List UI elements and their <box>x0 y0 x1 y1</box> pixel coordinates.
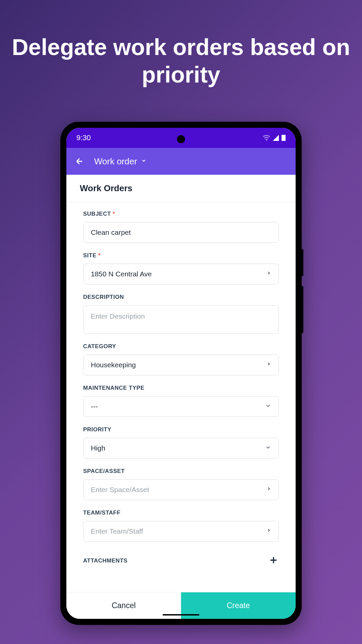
status-time: 9:30 <box>76 133 91 142</box>
header-title-text: Work order <box>94 156 137 167</box>
category-group: CATEGORY Housekeeping <box>83 343 279 375</box>
maintenance-type-label: MAINTENANCE TYPE <box>83 385 279 391</box>
maintenance-type-group: MAINTENANCE TYPE --- <box>83 385 279 417</box>
battery-icon <box>282 135 286 141</box>
phone-screen: 9:30 Work order <box>66 128 296 619</box>
phone-side-button <box>302 249 303 276</box>
chevron-down-icon <box>265 403 271 411</box>
required-indicator: * <box>98 252 101 259</box>
app-header: Work order <box>66 148 296 175</box>
chevron-right-icon <box>266 527 271 536</box>
home-indicator[interactable] <box>163 614 199 615</box>
required-indicator: * <box>113 211 115 217</box>
priority-dropdown[interactable]: High <box>83 438 279 459</box>
phone-frame: 9:30 Work order <box>60 122 302 625</box>
space-asset-selector[interactable]: Enter Space/Asset <box>83 479 279 500</box>
chevron-right-icon <box>266 485 271 494</box>
priority-label: PRIORITY <box>83 426 279 433</box>
chevron-right-icon <box>266 360 271 370</box>
phone-side-button <box>302 286 303 333</box>
space-asset-group: SPACE/ASSET Enter Space/Asset <box>83 468 279 500</box>
category-label: CATEGORY <box>83 343 279 350</box>
attachments-label: ATTACHMENTS <box>83 557 127 564</box>
wifi-icon <box>263 135 270 141</box>
attachments-group: ATTACHMENTS <box>83 551 279 571</box>
category-selector[interactable]: Housekeeping <box>83 355 279 375</box>
subject-input[interactable]: Clean carpet <box>83 222 279 243</box>
subject-group: SUBJECT * Clean carpet <box>83 211 279 243</box>
chevron-down-icon <box>141 158 146 165</box>
add-attachment-button[interactable] <box>268 553 279 569</box>
form-content: SUBJECT * Clean carpet SITE * 1850 N Cen… <box>66 202 296 592</box>
description-input[interactable]: Enter Description <box>83 305 279 334</box>
description-label: DESCRIPTION <box>83 294 279 301</box>
team-staff-group: TEAM/STAFF Enter Team/Staff <box>83 509 279 542</box>
chevron-down-icon <box>265 444 271 452</box>
site-group: SITE * 1850 N Central Ave <box>83 252 279 284</box>
section-title: Work Orders <box>66 175 296 202</box>
marketing-headline: Delegate work orders based on priority <box>0 34 362 88</box>
back-arrow-icon[interactable] <box>75 157 84 166</box>
team-staff-selector[interactable]: Enter Team/Staff <box>83 521 279 542</box>
priority-group: PRIORITY High <box>83 426 279 459</box>
team-staff-label: TEAM/STAFF <box>83 509 279 516</box>
description-group: DESCRIPTION Enter Description <box>83 294 279 334</box>
maintenance-type-dropdown[interactable]: --- <box>83 396 279 417</box>
space-asset-label: SPACE/ASSET <box>83 468 279 475</box>
header-title-dropdown[interactable]: Work order <box>94 156 146 167</box>
camera-notch <box>177 135 185 143</box>
site-label: SITE * <box>83 252 279 259</box>
subject-label: SUBJECT * <box>83 211 279 217</box>
status-icons <box>263 135 286 141</box>
site-selector[interactable]: 1850 N Central Ave <box>83 264 279 284</box>
chevron-right-icon <box>266 269 271 279</box>
signal-icon <box>273 135 279 141</box>
